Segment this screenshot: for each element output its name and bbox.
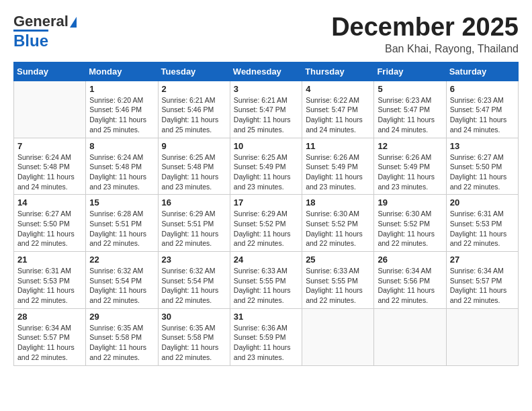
calendar-cell	[302, 308, 374, 365]
day-number: 17	[234, 197, 298, 208]
calendar-cell: 11Sunrise: 6:26 AMSunset: 5:49 PMDayligh…	[302, 138, 374, 195]
calendar-cell: 29Sunrise: 6:35 AMSunset: 5:58 PMDayligh…	[86, 308, 158, 365]
day-number: 25	[306, 255, 370, 265]
day-number: 18	[306, 197, 370, 208]
calendar-cell: 1Sunrise: 6:20 AMSunset: 5:46 PMDaylight…	[86, 81, 158, 138]
calendar-cell: 9Sunrise: 6:25 AMSunset: 5:48 PMDaylight…	[158, 138, 230, 195]
day-number: 19	[378, 197, 442, 208]
day-number: 29	[89, 312, 154, 322]
cell-info: Sunrise: 6:34 AMSunset: 5:57 PMDaylight:…	[17, 323, 82, 363]
calendar-cell: 10Sunrise: 6:25 AMSunset: 5:49 PMDayligh…	[230, 138, 302, 195]
day-number: 7	[17, 141, 82, 151]
day-number: 27	[450, 255, 515, 265]
calendar-cell: 6Sunrise: 6:23 AMSunset: 5:47 PMDaylight…	[446, 81, 518, 138]
calendar-week-row: 28Sunrise: 6:34 AMSunset: 5:57 PMDayligh…	[14, 308, 519, 365]
day-number: 14	[17, 197, 82, 208]
cell-info: Sunrise: 6:33 AMSunset: 5:55 PMDaylight:…	[234, 266, 298, 306]
calendar-cell	[374, 308, 446, 365]
calendar-cell	[14, 81, 86, 138]
calendar-cell: 25Sunrise: 6:33 AMSunset: 5:55 PMDayligh…	[302, 252, 374, 309]
cell-info: Sunrise: 6:21 AMSunset: 5:47 PMDaylight:…	[234, 95, 298, 135]
cell-info: Sunrise: 6:35 AMSunset: 5:58 PMDaylight:…	[89, 323, 154, 363]
day-number: 22	[89, 255, 154, 265]
day-number: 8	[89, 141, 154, 151]
calendar-cell: 14Sunrise: 6:27 AMSunset: 5:50 PMDayligh…	[14, 195, 86, 252]
cell-info: Sunrise: 6:24 AMSunset: 5:48 PMDaylight:…	[17, 152, 82, 192]
cell-info: Sunrise: 6:31 AMSunset: 5:53 PMDaylight:…	[450, 209, 515, 248]
cell-info: Sunrise: 6:34 AMSunset: 5:57 PMDaylight:…	[450, 266, 515, 306]
weekday-header: Saturday	[446, 62, 518, 81]
calendar-cell: 7Sunrise: 6:24 AMSunset: 5:48 PMDaylight…	[14, 138, 86, 195]
calendar-cell: 15Sunrise: 6:28 AMSunset: 5:51 PMDayligh…	[86, 195, 158, 252]
logo-general: General	[13, 13, 77, 30]
cell-info: Sunrise: 6:29 AMSunset: 5:51 PMDaylight:…	[162, 209, 226, 248]
day-number: 23	[162, 255, 226, 265]
cell-info: Sunrise: 6:27 AMSunset: 5:50 PMDaylight:…	[450, 152, 515, 192]
cell-info: Sunrise: 6:34 AMSunset: 5:56 PMDaylight:…	[378, 266, 442, 306]
day-number: 11	[306, 141, 370, 151]
cell-info: Sunrise: 6:25 AMSunset: 5:48 PMDaylight:…	[162, 152, 226, 192]
calendar-cell: 17Sunrise: 6:29 AMSunset: 5:52 PMDayligh…	[230, 195, 302, 252]
weekday-header: Wednesday	[230, 62, 302, 81]
day-number: 26	[378, 255, 442, 265]
calendar-cell: 18Sunrise: 6:30 AMSunset: 5:52 PMDayligh…	[302, 195, 374, 252]
calendar-cell: 24Sunrise: 6:33 AMSunset: 5:55 PMDayligh…	[230, 252, 302, 309]
cell-info: Sunrise: 6:32 AMSunset: 5:54 PMDaylight:…	[89, 266, 154, 306]
day-number: 9	[162, 141, 226, 151]
cell-info: Sunrise: 6:32 AMSunset: 5:54 PMDaylight:…	[162, 266, 226, 306]
title-area: December 2025 Ban Khai, Rayong, Thailand	[331, 13, 519, 55]
calendar-cell: 2Sunrise: 6:21 AMSunset: 5:46 PMDaylight…	[158, 81, 230, 138]
cell-info: Sunrise: 6:28 AMSunset: 5:51 PMDaylight:…	[89, 209, 154, 248]
cell-info: Sunrise: 6:26 AMSunset: 5:49 PMDaylight:…	[306, 152, 370, 192]
cell-info: Sunrise: 6:23 AMSunset: 5:47 PMDaylight:…	[378, 95, 442, 135]
weekday-header: Tuesday	[158, 62, 230, 81]
page-header: General Blue December 2025 Ban Khai, Ray…	[13, 13, 519, 55]
day-number: 3	[234, 84, 298, 94]
calendar-header-row: SundayMondayTuesdayWednesdayThursdayFrid…	[14, 62, 519, 81]
cell-info: Sunrise: 6:31 AMSunset: 5:53 PMDaylight:…	[17, 266, 82, 306]
day-number: 15	[89, 197, 154, 208]
day-number: 20	[450, 197, 515, 208]
cell-info: Sunrise: 6:33 AMSunset: 5:55 PMDaylight:…	[306, 266, 370, 306]
day-number: 10	[234, 141, 298, 151]
calendar-cell: 3Sunrise: 6:21 AMSunset: 5:47 PMDaylight…	[230, 81, 302, 138]
cell-info: Sunrise: 6:29 AMSunset: 5:52 PMDaylight:…	[234, 209, 298, 248]
day-number: 5	[378, 84, 442, 94]
calendar-cell: 31Sunrise: 6:36 AMSunset: 5:59 PMDayligh…	[230, 308, 302, 365]
cell-info: Sunrise: 6:25 AMSunset: 5:49 PMDaylight:…	[234, 152, 298, 192]
calendar-cell: 20Sunrise: 6:31 AMSunset: 5:53 PMDayligh…	[446, 195, 518, 252]
logo-blue: Blue	[13, 30, 48, 50]
cell-info: Sunrise: 6:24 AMSunset: 5:48 PMDaylight:…	[89, 152, 154, 192]
day-number: 30	[162, 312, 226, 322]
cell-info: Sunrise: 6:20 AMSunset: 5:46 PMDaylight:…	[89, 95, 154, 135]
calendar-cell: 13Sunrise: 6:27 AMSunset: 5:50 PMDayligh…	[446, 138, 518, 195]
calendar-cell: 26Sunrise: 6:34 AMSunset: 5:56 PMDayligh…	[374, 252, 446, 309]
calendar-cell: 28Sunrise: 6:34 AMSunset: 5:57 PMDayligh…	[14, 308, 86, 365]
day-number: 1	[89, 84, 154, 94]
calendar-cell: 19Sunrise: 6:30 AMSunset: 5:52 PMDayligh…	[374, 195, 446, 252]
day-number: 2	[162, 84, 226, 94]
calendar-cell	[446, 308, 518, 365]
calendar-cell: 12Sunrise: 6:26 AMSunset: 5:49 PMDayligh…	[374, 138, 446, 195]
weekday-header: Sunday	[14, 62, 86, 81]
day-number: 21	[17, 255, 82, 265]
calendar-cell: 21Sunrise: 6:31 AMSunset: 5:53 PMDayligh…	[14, 252, 86, 309]
day-number: 28	[17, 312, 82, 322]
cell-info: Sunrise: 6:21 AMSunset: 5:46 PMDaylight:…	[162, 95, 226, 135]
day-number: 12	[378, 141, 442, 151]
cell-info: Sunrise: 6:27 AMSunset: 5:50 PMDaylight:…	[17, 209, 82, 248]
cell-info: Sunrise: 6:26 AMSunset: 5:49 PMDaylight:…	[378, 152, 442, 192]
calendar-cell: 4Sunrise: 6:22 AMSunset: 5:47 PMDaylight…	[302, 81, 374, 138]
calendar-cell: 5Sunrise: 6:23 AMSunset: 5:47 PMDaylight…	[374, 81, 446, 138]
calendar-cell: 16Sunrise: 6:29 AMSunset: 5:51 PMDayligh…	[158, 195, 230, 252]
calendar-cell: 22Sunrise: 6:32 AMSunset: 5:54 PMDayligh…	[86, 252, 158, 309]
cell-info: Sunrise: 6:22 AMSunset: 5:47 PMDaylight:…	[306, 95, 370, 135]
cell-info: Sunrise: 6:30 AMSunset: 5:52 PMDaylight:…	[378, 209, 442, 248]
day-number: 13	[450, 141, 515, 151]
location-title: Ban Khai, Rayong, Thailand	[331, 43, 519, 55]
calendar-week-row: 1Sunrise: 6:20 AMSunset: 5:46 PMDaylight…	[14, 81, 519, 138]
day-number: 6	[450, 84, 515, 94]
calendar-week-row: 7Sunrise: 6:24 AMSunset: 5:48 PMDaylight…	[14, 138, 519, 195]
month-title: December 2025	[331, 13, 519, 42]
weekday-header: Monday	[86, 62, 158, 81]
